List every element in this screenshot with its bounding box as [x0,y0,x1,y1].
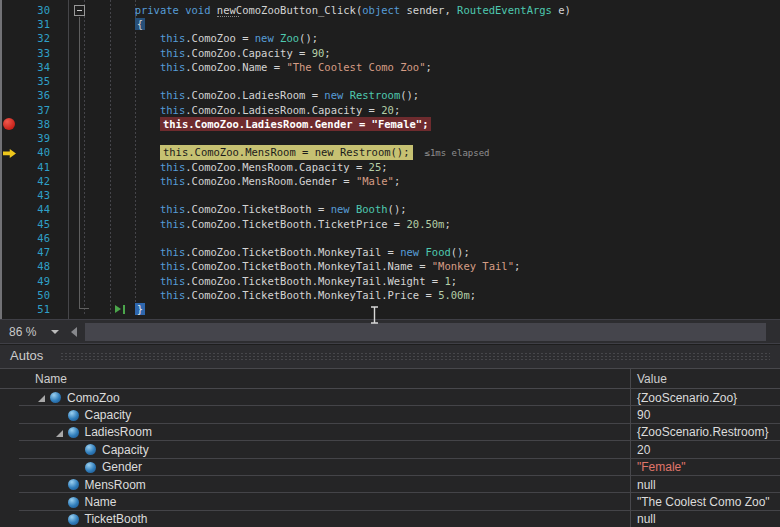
collapse-region-button[interactable] [74,5,85,16]
code-text[interactable]: this.ComoZoo.LadiesRoom.Gender = "Female… [160,117,432,131]
variable-value[interactable]: null [637,476,656,493]
code-line-44[interactable]: 44this.ComoZoo.TicketBooth = new Booth()… [0,202,780,216]
code-text[interactable]: this.ComoZoo.TicketBooth.MonkeyTail.Pric… [160,288,476,302]
autos-row-ticketbooth[interactable]: TicketBoothnull [0,511,780,527]
perf-tip[interactable]: ≤1ms elapsed [425,148,490,158]
code-line-50[interactable]: 50this.ComoZoo.TicketBooth.MonkeyTail.Pr… [0,288,780,302]
current-statement-arrow-icon[interactable] [3,148,16,158]
code-text[interactable]: this.ComoZoo.TicketBooth.TicketPrice = 2… [160,217,451,231]
code-line-35[interactable]: 35 [0,74,780,88]
autos-row-capacity[interactable]: Capacity20 [0,441,780,458]
column-header-name[interactable]: Name [35,372,67,386]
code-line-41[interactable]: 41this.ComoZoo.MensRoom.Capacity = 25; [0,160,780,174]
variable-value[interactable]: "The Coolest Como Zoo" [637,493,770,510]
property-icon [68,497,79,508]
code-segment: Food [425,246,450,258]
code-line-51[interactable]: 51} [0,302,780,316]
code-segment: new [255,32,274,44]
name-cell[interactable]: Gender [0,459,630,476]
code-segment: .ComoZoo.TicketBooth.TicketPrice = [185,218,406,230]
code-line-36[interactable]: 36this.ComoZoo.LadiesRoom = new Restroom… [0,88,780,102]
code-line-40[interactable]: 40this.ComoZoo.MensRoom = new Restroom()… [0,145,780,159]
code-text[interactable]: this.ComoZoo.LadiesRoom.Capacity = 20; [160,103,400,117]
code-line-46[interactable]: 46 [0,231,780,245]
code-line-30[interactable]: 30private void newComoZooButton_Click(ob… [0,3,780,17]
code-line-43[interactable]: 43 [0,188,780,202]
code-text[interactable]: this.ComoZoo.MensRoom.Gender = "Male"; [160,174,400,188]
code-text[interactable]: this.ComoZoo.Capacity = 90; [160,46,331,60]
variable-value[interactable]: {ZooScenario.Restroom} [637,424,768,441]
variable-value[interactable]: "Female" [637,459,686,476]
code-line-31[interactable]: 31{ [0,17,780,31]
code-segment: private [135,4,179,16]
code-line-32[interactable]: 32this.ComoZoo = new Zoo(); [0,31,780,45]
code-text[interactable]: this.ComoZoo.TicketBooth.MonkeyTail.Name… [160,259,520,273]
name-cell[interactable]: Name [0,493,630,510]
line-number: 44 [18,202,50,216]
autos-row-name[interactable]: Name"The Coolest Como Zoo" [0,493,780,510]
code-line-38[interactable]: 38this.ComoZoo.LadiesRoom.Gender = "Fema… [0,117,780,131]
variable-value[interactable]: 20 [637,441,650,458]
autos-row-capacity[interactable]: Capacity90 [0,406,780,423]
scroll-left-button[interactable] [68,324,82,340]
code-segment: Booth [356,203,388,215]
column-header-value[interactable]: Value [637,372,667,386]
code-text[interactable]: private void newComoZooButton_Click(obje… [135,3,571,17]
name-cell[interactable]: ComoZoo [0,389,630,406]
variable-value[interactable]: {ZooScenario.Zoo} [637,389,737,406]
autos-row-gender[interactable]: Gender"Female" [0,459,780,476]
code-text[interactable]: this.ComoZoo.TicketBooth.MonkeyTail = ne… [160,245,470,259]
breakpoint-icon[interactable] [3,118,15,130]
horizontal-scrollbar-thumb[interactable] [85,323,766,341]
code-line-45[interactable]: 45this.ComoZoo.TicketBooth.TicketPrice =… [0,217,780,231]
variable-value[interactable]: 90 [637,406,650,423]
code-line-48[interactable]: 48this.ComoZoo.TicketBooth.MonkeyTail.Na… [0,259,780,273]
code-text[interactable]: this.ComoZoo.LadiesRoom = new Restroom()… [160,88,419,102]
code-line-39[interactable]: 39 [0,131,780,145]
code-text[interactable]: this.ComoZoo.TicketBooth = new Booth(); [160,202,407,216]
property-icon [68,514,79,525]
code-text[interactable]: this.ComoZoo = new Zoo(); [160,31,318,45]
code-text[interactable]: { [135,17,145,31]
autos-titlebar[interactable]: Autos [0,345,780,368]
variable-value[interactable]: null [637,511,656,527]
code-text[interactable]: this.ComoZoo.Name = "The Coolest Como Zo… [160,60,432,74]
name-cell[interactable]: Capacity [0,441,630,458]
code-line-37[interactable]: 37this.ComoZoo.LadiesRoom.Capacity = 20; [0,103,780,117]
code-line-42[interactable]: 42this.ComoZoo.MensRoom.Gender = "Male"; [0,174,780,188]
name-cell[interactable]: Capacity [0,406,630,423]
autos-panel: Autos Name Value ComoZoo{ZooScenario.Zoo… [0,345,780,527]
code-line-34[interactable]: 34this.ComoZoo.Name = "The Coolest Como … [0,60,780,74]
autos-row-ladiesroom[interactable]: LadiesRoom{ZooScenario.Restroom} [0,424,780,441]
code-text[interactable]: this.ComoZoo.TicketBooth.MonkeyTail.Weig… [160,274,457,288]
line-number: 31 [18,17,50,31]
code-segment: ; [324,47,330,59]
line-number: 43 [18,188,50,202]
code-text[interactable]: this.ComoZoo.MensRoom.Capacity = 25; [160,160,388,174]
tree-expander-icon[interactable] [56,430,63,437]
code-editor[interactable]: 30private void newComoZooButton_Click(ob… [0,0,780,319]
expander-slot [53,406,68,423]
autos-row-mensroom[interactable]: MensRoomnull [0,476,780,493]
line-number: 48 [18,259,50,273]
code-segment: this [160,203,185,215]
name-cell[interactable]: LadiesRoom [0,424,630,441]
column-resize-divider[interactable] [630,369,631,527]
code-segment: this [160,47,185,59]
tree-expander-icon[interactable] [38,395,45,402]
code-line-47[interactable]: 47this.ComoZoo.TicketBooth.MonkeyTail = … [0,245,780,259]
code-segment: this [160,275,185,287]
name-cell[interactable]: MensRoom [0,476,630,493]
code-text[interactable]: } [135,302,145,316]
code-segment: .ComoZoo.MensRoom.Gender = [185,175,356,187]
code-line-33[interactable]: 33this.ComoZoo.Capacity = 90; [0,46,780,60]
autos-row-comozoo[interactable]: ComoZoo{ZooScenario.Zoo} [0,389,780,406]
code-text[interactable]: this.ComoZoo.MensRoom = new Restroom();≤… [160,145,490,160]
name-cell[interactable]: TicketBooth [0,511,630,527]
zoom-level-combo[interactable]: 86 % [2,322,64,342]
expander-slot [53,476,68,493]
expander-slot [53,493,68,510]
code-line-49[interactable]: 49this.ComoZoo.TicketBooth.MonkeyTail.We… [0,274,780,288]
chevron-down-icon [51,330,59,334]
variable-name: Gender [102,460,142,474]
